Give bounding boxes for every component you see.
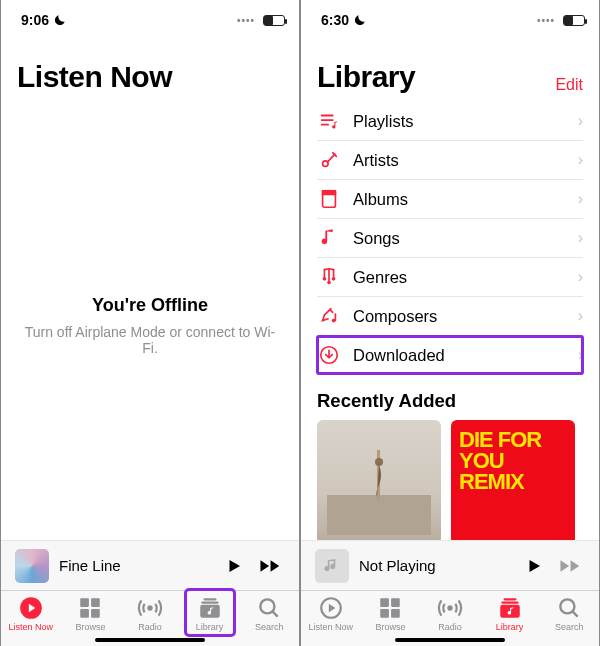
now-playing-title: Not Playing [359,557,515,574]
now-playing-title: Fine Line [59,557,215,574]
next-button[interactable] [559,557,585,575]
genres-icon [317,266,341,288]
offline-heading: You're Offline [17,295,283,316]
artists-icon [317,149,341,171]
svg-rect-2 [91,598,100,607]
now-playing-artwork [15,549,49,583]
composers-icon [317,305,341,327]
svg-rect-25 [391,609,400,618]
tab-radio[interactable]: Radio [423,595,477,632]
svg-point-20 [375,458,383,466]
tab-search[interactable]: Search [242,595,296,632]
downloaded-icon [317,344,341,366]
tab-search[interactable]: Search [542,595,596,632]
highlight-annotation [187,591,233,634]
edit-button[interactable]: Edit [555,76,583,94]
do-not-disturb-icon [353,13,367,27]
chevron-right-icon: › [578,190,583,208]
cellular-dots-icon: •••• [237,15,255,26]
library-row-composers[interactable]: Composers › [317,297,583,336]
svg-point-14 [327,281,331,285]
playlists-icon [317,110,341,132]
library-row-playlists[interactable]: Playlists › [317,102,583,141]
library-row-albums[interactable]: Albums › [317,180,583,219]
chevron-right-icon: › [578,151,583,169]
phone-library: 6:30 •••• Library Edit Playlists › Artis… [300,0,600,646]
page-title: Listen Now [17,60,172,94]
svg-point-9 [261,599,275,613]
svg-point-26 [448,606,451,609]
home-indicator[interactable] [395,638,505,642]
now-playing-bar[interactable]: Not Playing [301,540,599,590]
status-bar: 6:30 •••• [301,0,599,34]
recently-added-heading: Recently Added [301,374,599,420]
now-playing-bar[interactable]: Fine Line [1,540,299,590]
status-bar: 9:06 •••• [1,0,299,34]
phone-listen-now: 9:06 •••• Listen Now You're Offline Turn… [0,0,300,646]
tab-browse[interactable]: Browse [363,595,417,632]
cellular-dots-icon: •••• [537,15,555,26]
svg-rect-27 [503,598,516,600]
battery-icon [563,15,585,26]
chevron-right-icon: › [578,112,583,130]
svg-rect-4 [91,609,100,618]
chevron-right-icon: › [578,346,583,364]
svg-rect-12 [323,191,336,195]
battery-icon [263,15,285,26]
now-playing-artwork [315,549,349,583]
svg-point-15 [332,277,336,281]
album-tile[interactable] [317,420,441,540]
offline-subtext: Turn off Airplane Mode or connect to Wi-… [17,324,283,356]
chevron-right-icon: › [578,229,583,247]
svg-rect-24 [381,609,390,618]
tab-listen-now[interactable]: Listen Now [4,595,58,632]
status-time: 6:30 [321,12,349,28]
library-row-artists[interactable]: Artists › [317,141,583,180]
svg-rect-23 [391,598,400,607]
svg-point-5 [148,606,151,609]
svg-point-10 [323,161,329,167]
home-indicator[interactable] [95,638,205,642]
tab-library[interactable]: Library [483,595,537,632]
recently-added-albums: DIE FOR YOU REMIX [301,420,599,540]
library-row-downloaded[interactable]: Downloaded › [317,336,583,374]
tab-listen-now[interactable]: Listen Now [304,595,358,632]
tab-library[interactable]: Library [183,595,237,632]
svg-point-13 [323,277,327,281]
album-tile[interactable]: DIE FOR YOU REMIX [451,420,575,540]
svg-point-30 [561,599,575,613]
offline-message: You're Offline Turn off Airplane Mode or… [1,295,299,356]
status-time: 9:06 [21,12,49,28]
svg-rect-18 [327,495,431,535]
tab-browse[interactable]: Browse [63,595,117,632]
chevron-right-icon: › [578,268,583,286]
tab-radio[interactable]: Radio [123,595,177,632]
do-not-disturb-icon [53,13,67,27]
songs-icon [317,227,341,249]
play-button[interactable] [525,557,543,575]
svg-rect-28 [501,602,518,604]
library-row-genres[interactable]: Genres › [317,258,583,297]
svg-rect-1 [81,598,90,607]
albums-icon [317,188,341,210]
library-list: Playlists › Artists › Albums › Songs › G… [301,102,599,374]
library-row-songs[interactable]: Songs › [317,219,583,258]
svg-rect-22 [381,598,390,607]
next-button[interactable] [259,557,285,575]
page-title: Library [317,60,415,94]
chevron-right-icon: › [578,307,583,325]
play-button[interactable] [225,557,243,575]
svg-rect-3 [81,609,90,618]
